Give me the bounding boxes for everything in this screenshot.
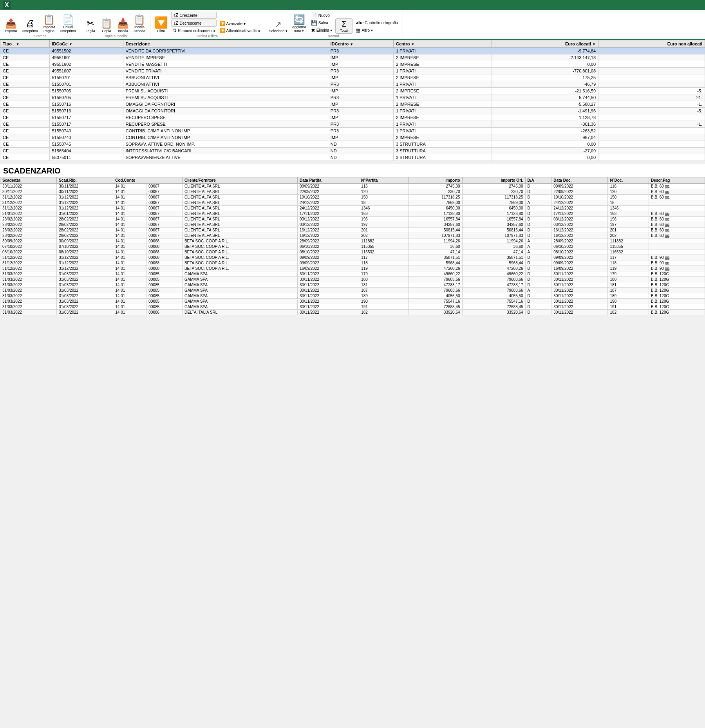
main-table-row[interactable]: CE51550717RECUPERO SPESEIMP2 IMPRESE-1.1… <box>0 114 705 121</box>
ribbon-group-stampa: 📤 Esporta 🖨 Anteprima 📋 ImpostaPagina 📄 … <box>2 13 81 39</box>
main-table-row[interactable]: CE51550716OMAGGI DA FORNITORIIMP2 IMPRES… <box>0 101 705 108</box>
scad-table-row[interactable]: 31/12/202231/12/202214 0100067CLIENTE AL… <box>0 200 705 206</box>
scad-table-row[interactable]: 31/03/202231/03/202214 0100085GAMMA SPA3… <box>0 299 705 304</box>
filtro-button[interactable]: 🔽 Filtro <box>153 15 170 34</box>
main-table-row[interactable]: CE51550701ABBUONI ATTIVIIMP2 IMPRESE-175… <box>0 74 705 81</box>
scad-table-row[interactable]: 28/02/202228/02/202214 0100067CLIENTE AL… <box>0 233 705 238</box>
scad-col-scadenza[interactable]: Scadenza <box>0 177 57 184</box>
scad-table-row[interactable]: 30/11/202230/11/202214 0100067CLIENTE AL… <box>0 184 705 189</box>
scad-table-row[interactable]: 30/11/202230/11/202214 0100067CLIENTE AL… <box>0 189 705 195</box>
scad-table-cell: BETA SOC. COOP A R.L. <box>182 244 297 249</box>
main-table-row[interactable]: CE51550740CONTRIB. C/IMPIANTI NON IMP.PR… <box>0 128 705 134</box>
taglia-button[interactable]: ✂ Taglia <box>83 17 98 34</box>
chiudi-anteprima-button[interactable]: 📄 ChiudiAnteprima <box>58 13 78 34</box>
scad-col-cliente[interactable]: Cliente/Fornitore <box>182 177 297 184</box>
attiva-filtro-button[interactable]: 🔽Attiva/disattiva filtro <box>218 27 262 34</box>
main-table-row[interactable]: CE49551502VENDITE DA CORRISPETTIVIPR31 P… <box>0 48 705 54</box>
scad-table-row[interactable]: 31/03/202231/03/202214 0100085GAMMA SPA3… <box>0 282 705 288</box>
scad-table-cell: 09/09/2022 <box>297 260 359 266</box>
scad-col-scad-rip[interactable]: Scad.Rip. <box>57 177 113 184</box>
scad-col-data-partita[interactable]: Data Partita <box>297 177 359 184</box>
main-table-row[interactable]: CE51550745SOPRAVV. ATTIVE ORD. NON IMP.N… <box>0 141 705 148</box>
altro-button[interactable]: ▦Altro ▾ <box>354 27 400 34</box>
scad-table-row[interactable]: 31/01/202231/01/202214 0100067CLIENTE AL… <box>0 211 705 217</box>
main-table-row[interactable]: CE55075011SOPRAVVENIENZE ATTIVEND3 STRUT… <box>0 154 705 161</box>
totali-button[interactable]: Σ Totali <box>335 18 352 34</box>
main-table-cell: -5.588,27 <box>492 101 598 108</box>
esporta-button[interactable]: 📤 Esporta <box>3 17 19 34</box>
scad-table-cell: 00068 <box>146 249 183 255</box>
col-tipo[interactable]: Tipo ↓ ▼ <box>0 40 50 48</box>
scad-table-row[interactable]: 30/09/202230/09/202214 0100068BETA SOC. … <box>0 238 705 244</box>
scad-col-cod-conto[interactable]: Cod.Conto <box>113 177 183 184</box>
scad-table-cell: 24/12/2022 <box>551 206 608 211</box>
main-table-row[interactable]: CE51550705PREMI SU ACQUISTIIMP2 IMPRESE-… <box>0 88 705 94</box>
scad-table-row[interactable]: 31/03/202231/03/202214 0100085GAMMA SPA3… <box>0 288 705 293</box>
scad-table-cell: 00085 <box>146 288 183 293</box>
main-table-row[interactable]: CE51550740CONTRIB. C/IMPIANTI NON IMP.IM… <box>0 134 705 141</box>
scad-table-cell: 31/12/2022 <box>0 200 57 206</box>
col-centro[interactable]: Centro ▼ <box>394 40 492 48</box>
col-euro-non-allocati[interactable]: Euro non allocati <box>598 40 705 48</box>
scad-table-row[interactable]: 31/03/202231/03/202214 0100085GAMMA SPA3… <box>0 277 705 282</box>
main-table-row[interactable]: CE49551607VENDITE PRIVATIPR31 PRIVATI-77… <box>0 68 705 74</box>
main-table-row[interactable]: CE51550716OMAGGI DA FORNITORIPR31 PRIVAT… <box>0 108 705 114</box>
decrescente-button[interactable]: ↓ZDecrescente <box>171 20 217 27</box>
scad-table-cell: 30/11/2022 <box>297 293 359 299</box>
scad-table-cell: 24/12/2022 <box>297 206 359 211</box>
scad-col-data-doc[interactable]: Data Doc. <box>551 177 608 184</box>
scad-table-row[interactable]: 28/02/202228/02/202214 0100067CLIENTE AL… <box>0 222 705 228</box>
scad-table-row[interactable]: 07/10/202207/10/202214 0100068BETA SOC. … <box>0 244 705 249</box>
scad-table-row[interactable]: 28/02/202228/02/202214 0100067CLIENTE AL… <box>0 228 705 233</box>
scad-table-cell: 03/12/2022 <box>297 217 359 222</box>
scad-table-cell: 17128,80 <box>408 211 462 217</box>
scad-col-n-partita[interactable]: N°Partita <box>359 177 409 184</box>
main-table-cell: ABBUONI ATTIVI <box>123 74 328 81</box>
main-table-row[interactable]: CE49551601VENDITE IMPRESEIMP2 IMPRESE-2.… <box>0 54 705 61</box>
col-idcentro[interactable]: IDCentro ▼ <box>328 40 393 48</box>
scad-table-row[interactable]: 31/12/202231/12/202214 0100068BETA SOC. … <box>0 260 705 266</box>
scad-col-importo-ori[interactable]: Importo Ori. <box>462 177 525 184</box>
main-table-row[interactable]: CE49551602VENDITE MASSETTIIMP2 IMPRESE0,… <box>0 61 705 68</box>
scad-table-row[interactable]: 28/02/202228/02/202214 0100067CLIENTE AL… <box>0 217 705 222</box>
avanzate-button[interactable]: 🔽Avanzate ▾ <box>218 20 262 27</box>
scad-table-row[interactable]: 31/12/202231/12/202214 0100067CLIENTE AL… <box>0 195 705 200</box>
main-table-cell: -263,52 <box>492 128 598 134</box>
scad-col-n-doc[interactable]: N°Doc. <box>608 177 649 184</box>
incolla-button[interactable]: 📥 Incolla <box>116 17 130 34</box>
scad-table-cell: 115355 <box>359 244 409 249</box>
elimina-button[interactable]: ✖Elimina ▾ <box>309 27 334 34</box>
selezione-button[interactable]: ↗ Selezione ▾ <box>268 19 289 34</box>
imposta-pagina-button[interactable]: 📋 ImpostaPagina <box>41 13 57 34</box>
scad-table-row[interactable]: 31/12/202231/12/202214 0100067CLIENTE AL… <box>0 206 705 211</box>
scad-table-row[interactable]: 31/12/202231/12/202214 0100068BETA SOC. … <box>0 266 705 271</box>
nuovo-button[interactable]: 📄Nuovo <box>309 12 334 19</box>
main-table-row[interactable]: CE51550701ABBUONI ATTIVIPR31 PRIVATI-46,… <box>0 81 705 88</box>
main-table-row[interactable]: CE51565404INTERESSI ATTIVI C/C BANCARIND… <box>0 148 705 154</box>
controllo-ortografia-button[interactable]: abcControllo ortografia <box>354 19 400 26</box>
scad-col-importo[interactable]: Importo <box>408 177 462 184</box>
scad-col-da[interactable]: D/A <box>525 177 551 184</box>
incolla-accoda-button[interactable]: 📋 IncollaAccoda <box>132 13 147 34</box>
col-euro-allocati[interactable]: Euro allocati ▼ <box>492 40 598 48</box>
aggiorna-tutto-button[interactable]: 🔄 Aggiornatutto ▾ <box>291 13 308 34</box>
rimuovi-ordinamento-button[interactable]: ⇅Rimuovi ordinamento <box>171 27 217 34</box>
salva-button[interactable]: 💾Salva <box>309 20 334 26</box>
main-table-cell: 2 IMPRESE <box>394 88 492 94</box>
col-descrizione[interactable]: Descrizione <box>123 40 328 48</box>
main-table-row[interactable]: CE51550717RECUPERO SPESEPR31 PRIVATI-301… <box>0 121 705 128</box>
col-idcoge[interactable]: IDCoGe ▼ <box>49 40 123 48</box>
scad-table-row[interactable]: 31/03/202231/03/202214 0100085GAMMA SPA3… <box>0 293 705 299</box>
scad-table-row[interactable]: 08/10/202208/10/202214 0100068BETA SOC. … <box>0 249 705 255</box>
anteprima-button[interactable]: 🖨 Anteprima <box>20 17 40 34</box>
scad-col-descr[interactable]: Descr.Pag <box>649 177 705 184</box>
main-table-cell: OMAGGI DA FORNITORI <box>123 101 328 108</box>
scad-table-row[interactable]: 31/03/202231/03/202214 0100085GAMMA SPA3… <box>0 271 705 277</box>
crescente-button[interactable]: ↑ZCrescente <box>171 12 217 19</box>
scad-table-row[interactable]: 31/03/202231/03/202214 0100085GAMMA SPA3… <box>0 304 705 310</box>
scad-table-row[interactable]: 31/03/202231/03/202214 0100086DELTA ITAL… <box>0 310 705 315</box>
main-table-row[interactable]: CE51550705PREMI SU ACQUISTIPR31 PRIVATI-… <box>0 94 705 101</box>
scad-table-row[interactable]: 31/12/202231/12/202214 0100068BETA SOC. … <box>0 255 705 260</box>
main-table-cell <box>598 68 705 74</box>
copia-button[interactable]: 📋 Copia <box>99 17 114 34</box>
